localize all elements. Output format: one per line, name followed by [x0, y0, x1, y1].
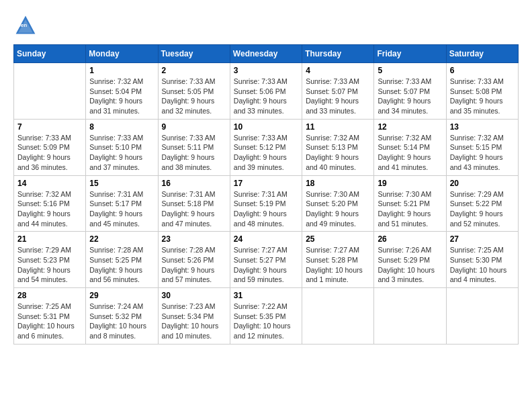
calendar-cell: 17Sunrise: 7:31 AM Sunset: 5:19 PM Dayli…: [230, 175, 302, 232]
calendar-cell: 2Sunrise: 7:33 AM Sunset: 5:05 PM Daylig…: [158, 63, 230, 120]
day-info: Sunrise: 7:30 AM Sunset: 5:21 PM Dayligh…: [378, 189, 442, 229]
day-number: 27: [450, 234, 515, 244]
day-info: Sunrise: 7:28 AM Sunset: 5:25 PM Dayligh…: [89, 245, 154, 285]
calendar-cell: 30Sunrise: 7:23 AM Sunset: 5:34 PM Dayli…: [158, 288, 230, 345]
calendar-cell: 7Sunrise: 7:33 AM Sunset: 5:09 PM Daylig…: [14, 119, 86, 175]
day-info: Sunrise: 7:31 AM Sunset: 5:17 PM Dayligh…: [89, 189, 154, 229]
day-info: Sunrise: 7:26 AM Sunset: 5:29 PM Dayligh…: [378, 245, 442, 285]
day-number: 5: [378, 66, 442, 75]
day-header-tuesday: Tuesday: [158, 45, 230, 63]
day-info: Sunrise: 7:33 AM Sunset: 5:11 PM Dayligh…: [162, 133, 226, 173]
day-info: Sunrise: 7:29 AM Sunset: 5:22 PM Dayligh…: [450, 189, 515, 229]
day-header-wednesday: Wednesday: [230, 45, 302, 63]
calendar-cell: 21Sunrise: 7:29 AM Sunset: 5:23 PM Dayli…: [14, 232, 86, 288]
day-info: Sunrise: 7:32 AM Sunset: 5:14 PM Dayligh…: [378, 133, 442, 173]
day-number: 1: [89, 66, 154, 75]
day-info: Sunrise: 7:30 AM Sunset: 5:20 PM Dayligh…: [306, 189, 370, 229]
day-number: 16: [162, 179, 226, 188]
calendar-cell: 19Sunrise: 7:30 AM Sunset: 5:21 PM Dayli…: [374, 175, 446, 232]
calendar-cell: 22Sunrise: 7:28 AM Sunset: 5:25 PM Dayli…: [86, 232, 158, 288]
calendar-cell: 4Sunrise: 7:33 AM Sunset: 5:07 PM Daylig…: [302, 63, 374, 120]
day-info: Sunrise: 7:22 AM Sunset: 5:35 PM Dayligh…: [234, 302, 298, 341]
day-number: 13: [450, 122, 515, 132]
calendar-week-4: 21Sunrise: 7:29 AM Sunset: 5:23 PM Dayli…: [14, 232, 519, 288]
day-info: Sunrise: 7:32 AM Sunset: 5:13 PM Dayligh…: [306, 133, 370, 173]
day-number: 11: [306, 122, 370, 132]
calendar-table: SundayMondayTuesdayWednesdayThursdayFrid…: [13, 44, 519, 345]
day-info: Sunrise: 7:29 AM Sunset: 5:23 PM Dayligh…: [17, 245, 82, 285]
calendar-cell: 12Sunrise: 7:32 AM Sunset: 5:14 PM Dayli…: [374, 119, 446, 175]
day-info: Sunrise: 7:27 AM Sunset: 5:28 PM Dayligh…: [306, 245, 370, 285]
calendar-cell: 6Sunrise: 7:33 AM Sunset: 5:08 PM Daylig…: [446, 63, 518, 120]
day-header-thursday: Thursday: [302, 45, 374, 63]
calendar-cell: 18Sunrise: 7:30 AM Sunset: 5:20 PM Dayli…: [302, 175, 374, 232]
day-number: 28: [17, 291, 82, 300]
calendar-cell: 26Sunrise: 7:26 AM Sunset: 5:29 PM Dayli…: [374, 232, 446, 288]
calendar-cell: 16Sunrise: 7:31 AM Sunset: 5:18 PM Dayli…: [158, 175, 230, 232]
day-number: 20: [450, 179, 515, 188]
day-info: Sunrise: 7:33 AM Sunset: 5:12 PM Dayligh…: [234, 133, 298, 173]
day-number: 30: [162, 291, 226, 300]
calendar-cell: 31Sunrise: 7:22 AM Sunset: 5:35 PM Dayli…: [230, 288, 302, 345]
day-info: Sunrise: 7:33 AM Sunset: 5:07 PM Dayligh…: [306, 77, 370, 116]
day-number: 6: [450, 66, 515, 75]
day-number: 7: [17, 122, 82, 132]
day-info: Sunrise: 7:33 AM Sunset: 5:08 PM Dayligh…: [450, 77, 515, 116]
day-header-friday: Friday: [374, 45, 446, 63]
day-number: 8: [89, 122, 154, 132]
day-number: 10: [234, 122, 298, 132]
calendar-cell: 10Sunrise: 7:33 AM Sunset: 5:12 PM Dayli…: [230, 119, 302, 175]
calendar-cell: 27Sunrise: 7:25 AM Sunset: 5:30 PM Dayli…: [446, 232, 518, 288]
day-info: Sunrise: 7:25 AM Sunset: 5:30 PM Dayligh…: [450, 245, 515, 285]
day-info: Sunrise: 7:33 AM Sunset: 5:06 PM Dayligh…: [234, 77, 298, 116]
day-number: 25: [306, 234, 370, 244]
calendar-cell: 8Sunrise: 7:33 AM Sunset: 5:10 PM Daylig…: [86, 119, 158, 175]
day-info: Sunrise: 7:33 AM Sunset: 5:09 PM Dayligh…: [17, 133, 82, 173]
day-number: 26: [378, 234, 442, 244]
calendar-week-5: 28Sunrise: 7:25 AM Sunset: 5:31 PM Dayli…: [14, 288, 519, 345]
calendar-cell: 15Sunrise: 7:31 AM Sunset: 5:17 PM Dayli…: [86, 175, 158, 232]
day-info: Sunrise: 7:32 AM Sunset: 5:15 PM Dayligh…: [450, 133, 515, 173]
day-number: 31: [234, 291, 298, 300]
day-info: Sunrise: 7:32 AM Sunset: 5:04 PM Dayligh…: [89, 77, 154, 116]
day-info: Sunrise: 7:33 AM Sunset: 5:05 PM Dayligh…: [162, 77, 226, 116]
calendar-cell: [446, 288, 518, 345]
calendar-cell: 3Sunrise: 7:33 AM Sunset: 5:06 PM Daylig…: [230, 63, 302, 120]
calendar-cell: 24Sunrise: 7:27 AM Sunset: 5:27 PM Dayli…: [230, 232, 302, 288]
day-info: Sunrise: 7:33 AM Sunset: 5:10 PM Dayligh…: [89, 133, 154, 173]
day-number: 2: [162, 66, 226, 75]
calendar-cell: 20Sunrise: 7:29 AM Sunset: 5:22 PM Dayli…: [446, 175, 518, 232]
day-info: Sunrise: 7:31 AM Sunset: 5:18 PM Dayligh…: [162, 189, 226, 229]
calendar-cell: 25Sunrise: 7:27 AM Sunset: 5:28 PM Dayli…: [302, 232, 374, 288]
day-number: 22: [89, 234, 154, 244]
calendar-cell: 13Sunrise: 7:32 AM Sunset: 5:15 PM Dayli…: [446, 119, 518, 175]
day-info: Sunrise: 7:25 AM Sunset: 5:31 PM Dayligh…: [17, 302, 82, 341]
calendar-week-3: 14Sunrise: 7:32 AM Sunset: 5:16 PM Dayli…: [14, 175, 519, 232]
page-header: Gen: [13, 13, 519, 38]
calendar-week-2: 7Sunrise: 7:33 AM Sunset: 5:09 PM Daylig…: [14, 119, 519, 175]
calendar-cell: 9Sunrise: 7:33 AM Sunset: 5:11 PM Daylig…: [158, 119, 230, 175]
day-number: 19: [378, 179, 442, 188]
calendar-cell: 1Sunrise: 7:32 AM Sunset: 5:04 PM Daylig…: [86, 63, 158, 120]
calendar-cell: 23Sunrise: 7:28 AM Sunset: 5:26 PM Dayli…: [158, 232, 230, 288]
logo: Gen: [13, 13, 40, 38]
day-info: Sunrise: 7:23 AM Sunset: 5:34 PM Dayligh…: [162, 302, 226, 341]
day-number: 12: [378, 122, 442, 132]
svg-text:Gen: Gen: [17, 22, 28, 28]
day-number: 29: [89, 291, 154, 300]
calendar-cell: [302, 288, 374, 345]
day-number: 18: [306, 179, 370, 188]
day-header-sunday: Sunday: [14, 45, 86, 63]
calendar-cell: [374, 288, 446, 345]
day-info: Sunrise: 7:33 AM Sunset: 5:07 PM Dayligh…: [378, 77, 442, 116]
day-number: 23: [162, 234, 226, 244]
day-number: 3: [234, 66, 298, 75]
day-number: 4: [306, 66, 370, 75]
calendar-body: 1Sunrise: 7:32 AM Sunset: 5:04 PM Daylig…: [14, 63, 519, 345]
calendar-cell: 14Sunrise: 7:32 AM Sunset: 5:16 PM Dayli…: [14, 175, 86, 232]
calendar-cell: [14, 63, 86, 120]
day-number: 24: [234, 234, 298, 244]
calendar-cell: 5Sunrise: 7:33 AM Sunset: 5:07 PM Daylig…: [374, 63, 446, 120]
day-info: Sunrise: 7:28 AM Sunset: 5:26 PM Dayligh…: [162, 245, 226, 285]
calendar-cell: 29Sunrise: 7:24 AM Sunset: 5:32 PM Dayli…: [86, 288, 158, 345]
